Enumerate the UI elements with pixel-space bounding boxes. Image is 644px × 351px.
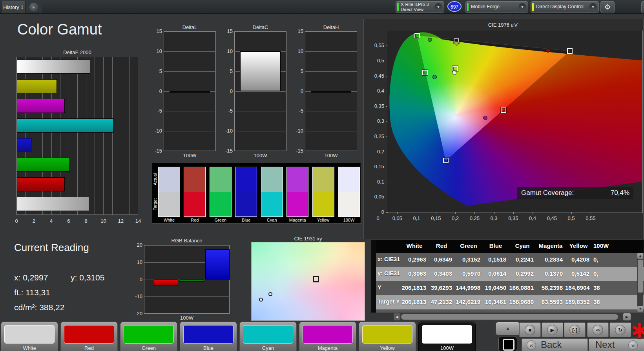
table-cell: 142,6219 — [454, 298, 483, 305]
tab-history-1[interactable]: History 1 — [1, 1, 26, 13]
table-cell: 0, — [592, 270, 635, 277]
table-cell: 0,6349 — [429, 256, 454, 263]
scroll-down-button[interactable]: ▼ — [637, 306, 643, 312]
table-header-red: Red — [429, 242, 454, 249]
cie76-xtick — [513, 212, 514, 214]
meter-status-stripe — [397, 3, 399, 11]
table-cell: 0,2963 — [400, 256, 429, 263]
table-cell: 0,2241 — [509, 256, 536, 263]
collapse-panel-button[interactable]: ▲ — [496, 322, 520, 335]
ytick-label: -5 — [150, 108, 162, 114]
cie76-ytick — [386, 212, 387, 213]
swatch-actual-red — [184, 167, 205, 192]
chart-title-deltaL: DeltaL — [164, 24, 216, 30]
hscroll-thumb[interactable] — [401, 314, 618, 320]
ytick-label: -15 — [220, 148, 233, 154]
pattern-swatch-cyan — [243, 325, 293, 344]
ytick-label: -15 — [291, 148, 303, 154]
loop-range-icon: [·] — [569, 325, 580, 335]
table-cell: 63,5593 — [536, 298, 565, 305]
scroll-right-button[interactable]: ▶ — [623, 313, 631, 320]
rgb-bar-blue — [205, 249, 230, 280]
workflow-dropdown[interactable]: Direct Display Control ▼ — [531, 1, 599, 13]
add-tab-button[interactable]: + — [26, 2, 42, 13]
cie76-ytick — [386, 152, 387, 152]
chart-title-deltaC: DeltaC — [234, 24, 286, 30]
pattern-window-icon — [503, 339, 514, 351]
cie76-ytick — [386, 45, 387, 46]
pattern-swatch-green — [124, 325, 174, 344]
meter-mode: Direct View — [401, 7, 423, 12]
chevron-up-icon: ▲ — [505, 326, 511, 331]
swatch-target-white — [159, 192, 180, 216]
cie76-xtick-label: 0,25 — [467, 215, 482, 221]
back-button[interactable]: « Back — [522, 338, 588, 351]
pattern-label: Green — [120, 345, 177, 351]
deltaE-bar-yellow — [17, 79, 57, 93]
cie76-target-green — [414, 33, 420, 38]
cie1931-plot — [251, 242, 365, 321]
cie76-ytick-label: 0,25 — [369, 133, 384, 139]
cie76-xtick-label: 0,45 — [544, 215, 560, 221]
cie76-ytick-label: 0,2 — [369, 149, 384, 155]
source-status-stripe — [467, 3, 469, 11]
ytick-label: 15 — [291, 28, 303, 34]
cie76-ytick — [386, 136, 387, 137]
ytick-label: 10 — [291, 48, 303, 54]
meter-count-badge[interactable]: 697 — [447, 1, 462, 12]
table-hscrollbar[interactable]: ◀ ▶ — [394, 313, 631, 320]
cie76-ytick-label: 0,35 — [369, 103, 384, 109]
ytick-label: 15 — [220, 28, 233, 34]
table-cell: 166,0881 — [509, 284, 536, 291]
scroll-up-button[interactable]: ▲ — [637, 253, 643, 259]
rgb-ytick-label: -20 — [128, 311, 142, 316]
table-vscrollbar[interactable]: ▲ ▼ — [637, 253, 643, 312]
cie1976-locus-mask — [387, 31, 642, 212]
deltaE-xtick-label: 14 — [133, 218, 143, 224]
clipped-toolbar-button[interactable] — [641, 1, 644, 13]
vscroll-thumb[interactable] — [638, 260, 643, 293]
chevron-down-icon: ▼ — [589, 3, 597, 11]
source-dropdown[interactable]: Mobile Forge ▼ — [465, 1, 528, 13]
table-cell: 0, — [592, 256, 635, 263]
swatch-target-100w — [338, 192, 359, 216]
gridline — [234, 131, 286, 131]
pattern-label: Cyan — [239, 345, 297, 351]
rgb-balance-xlabel: 100W — [144, 315, 230, 321]
cie76-measured-green — [428, 38, 432, 42]
settings-button[interactable]: ⚙ — [600, 1, 615, 13]
ytick-label: -10 — [291, 128, 303, 134]
cie76-xtick-label: 0,2 — [447, 215, 463, 221]
cie76-ytick-label: 0,4 — [369, 88, 384, 94]
table-cell: 38 — [592, 298, 635, 305]
cie31-measured-circle — [259, 298, 263, 302]
workflow-label: Direct Display Control — [536, 4, 584, 9]
swatch-label: Blue — [233, 218, 259, 222]
cie76-xtick — [571, 212, 572, 214]
pattern-window-button[interactable] — [498, 336, 517, 351]
table-gutter — [371, 240, 376, 313]
rgb-balance-title: RGB Balance — [144, 238, 230, 244]
table-cell: 0,4208 — [565, 256, 592, 263]
pattern-label: White — [1, 345, 58, 351]
table-row-label: Y — [378, 284, 402, 291]
alert-asterisk-icon: ✱ — [631, 319, 644, 343]
table-cell: 16,3461 — [483, 298, 509, 305]
deltaE-bar-100w — [17, 60, 90, 74]
cie76-xtick-label: 0,55 — [583, 215, 598, 221]
swatch-actual-blue — [235, 167, 257, 192]
table-cell: 0,1518 — [483, 256, 509, 263]
ytick-label: 10 — [220, 48, 233, 54]
rgb-ytick-label: -10 — [128, 293, 142, 299]
cie1976-title: CIE 1976 u'v' — [363, 22, 643, 28]
table-cell: 0,1370 — [536, 270, 565, 277]
cie76-ytick-label: 0,15 — [369, 164, 384, 169]
ytick-label: -5 — [220, 108, 233, 114]
deltaE-gridline — [130, 57, 130, 215]
meter-dropdown[interactable]: X-Rite i1Pro 3 Direct View ▼ — [396, 1, 444, 13]
scroll-left-button[interactable]: ◀ — [394, 313, 400, 320]
cie76-xtick-label: 0,05 — [389, 215, 405, 221]
swatch-target-cyan — [261, 192, 283, 216]
cie76-ytick — [386, 182, 387, 182]
table-cell: 58,2398 — [536, 284, 565, 291]
